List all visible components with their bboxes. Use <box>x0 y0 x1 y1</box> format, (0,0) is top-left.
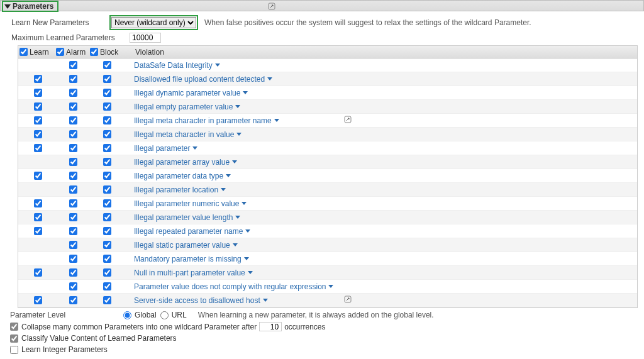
row-block-checkbox[interactable] <box>103 144 111 152</box>
violation-label: Illegal parameter numeric value <box>134 199 239 208</box>
row-block-checkbox[interactable] <box>103 255 111 263</box>
row-alarm-checkbox[interactable] <box>69 116 77 124</box>
header-learn-checkbox[interactable] <box>19 48 28 56</box>
violation-link[interactable]: Illegal parameter data type <box>134 172 231 180</box>
violation-link[interactable]: Illegal dynamic parameter value <box>134 89 248 97</box>
header-alarm-checkbox[interactable] <box>56 48 64 56</box>
learn-integer-checkbox[interactable] <box>10 346 18 354</box>
row-block-checkbox[interactable] <box>103 185 111 194</box>
row-block-checkbox[interactable] <box>103 268 111 277</box>
row-learn-checkbox[interactable] <box>34 89 42 97</box>
row-block-checkbox[interactable] <box>103 116 111 124</box>
row-alarm-checkbox[interactable] <box>69 102 77 111</box>
table-row: Illegal static parameter value <box>18 238 637 252</box>
row-alarm-checkbox[interactable] <box>69 130 77 138</box>
row-alarm-checkbox[interactable] <box>69 268 77 277</box>
row-learn-checkbox[interactable] <box>34 296 42 304</box>
header-block-checkbox[interactable] <box>90 48 98 56</box>
row-alarm-checkbox[interactable] <box>69 227 77 235</box>
violation-link[interactable]: Illegal parameter value length <box>134 213 240 222</box>
violation-link[interactable]: Illegal repeated parameter name <box>134 227 250 236</box>
learn-new-select[interactable]: Never (wildcard only) <box>111 17 196 28</box>
row-block-checkbox[interactable] <box>103 130 111 138</box>
classify-checkbox[interactable] <box>10 334 18 343</box>
classify-label: Classify Value Content of Learned Parame… <box>21 334 177 343</box>
popout-icon[interactable] <box>268 3 275 10</box>
row-alarm-checkbox[interactable] <box>69 255 77 263</box>
row-block-checkbox[interactable] <box>103 89 111 97</box>
popout-icon[interactable] <box>344 116 352 125</box>
row-block-checkbox[interactable] <box>103 158 111 166</box>
row-alarm-checkbox[interactable] <box>69 199 77 207</box>
violation-link[interactable]: Illegal meta character in parameter name <box>134 116 279 125</box>
row-learn-checkbox[interactable] <box>34 75 42 83</box>
dropdown-caret-icon <box>267 77 272 80</box>
table-row: Illegal parameter numeric value <box>18 197 637 211</box>
max-learned-input[interactable] <box>130 33 161 43</box>
row-learn-checkbox[interactable] <box>34 130 42 138</box>
row-alarm-checkbox[interactable] <box>69 172 77 180</box>
violation-link[interactable]: Server-side access to disallowed host <box>134 296 268 305</box>
violation-label: Server-side access to disallowed host <box>134 296 260 305</box>
row-alarm-checkbox[interactable] <box>69 185 77 194</box>
row-learn-checkbox[interactable] <box>34 102 42 111</box>
header-violation-label: Violation <box>135 48 164 57</box>
row-alarm-checkbox[interactable] <box>69 75 77 83</box>
row-block-checkbox[interactable] <box>103 296 111 304</box>
row-alarm-checkbox[interactable] <box>69 61 77 69</box>
row-block-checkbox[interactable] <box>103 172 111 180</box>
url-radio[interactable] <box>160 311 169 319</box>
table-row: Parameter value does not comply with reg… <box>18 280 637 294</box>
collapse-occurrences-input[interactable] <box>259 322 282 331</box>
global-radio[interactable] <box>123 311 131 319</box>
header-block-label: Block <box>100 48 118 57</box>
violation-link[interactable]: Illegal empty parameter value <box>134 102 240 111</box>
row-learn-checkbox[interactable] <box>34 199 42 207</box>
violation-link[interactable]: Illegal meta character in value <box>134 130 242 139</box>
row-learn-checkbox[interactable] <box>34 227 42 235</box>
violation-link[interactable]: Parameter value does not comply with reg… <box>134 282 333 291</box>
row-block-checkbox[interactable] <box>103 199 111 207</box>
row-block-checkbox[interactable] <box>103 102 111 111</box>
row-block-checkbox[interactable] <box>103 213 111 221</box>
dropdown-caret-icon <box>236 133 242 136</box>
row-block-checkbox[interactable] <box>103 282 111 290</box>
row-learn-checkbox[interactable] <box>34 213 42 221</box>
row-learn-checkbox[interactable] <box>34 268 42 277</box>
violation-link[interactable]: Mandatory parameter is missing <box>134 255 249 263</box>
dropdown-caret-icon <box>263 299 268 302</box>
row-alarm-checkbox[interactable] <box>69 144 77 152</box>
row-learn-checkbox[interactable] <box>34 172 42 180</box>
violation-link[interactable]: Null in multi-part parameter value <box>134 268 253 277</box>
row-block-checkbox[interactable] <box>103 61 111 69</box>
row-alarm-checkbox[interactable] <box>69 241 77 249</box>
row-learn-checkbox[interactable] <box>34 144 42 152</box>
section-header[interactable]: Parameters <box>0 0 644 11</box>
row-alarm-checkbox[interactable] <box>69 158 77 166</box>
popout-icon[interactable] <box>344 295 352 305</box>
violation-link[interactable]: Disallowed file upload content detected <box>134 75 272 84</box>
row-alarm-checkbox[interactable] <box>69 282 77 290</box>
violation-link[interactable]: Illegal parameter numeric value <box>134 199 247 208</box>
violation-link[interactable]: Illegal parameter location <box>134 185 226 194</box>
table-row: Illegal parameter location <box>18 183 637 197</box>
dropdown-caret-icon <box>274 119 279 122</box>
dropdown-caret-icon <box>235 105 240 108</box>
row-alarm-checkbox[interactable] <box>69 213 77 221</box>
violation-link[interactable]: Illegal parameter array value <box>134 158 237 167</box>
table-row: Illegal parameter array value <box>18 155 637 169</box>
row-learn-checkbox[interactable] <box>34 116 42 124</box>
collapse-checkbox[interactable] <box>10 323 18 331</box>
violation-link[interactable]: Illegal static parameter value <box>134 241 238 250</box>
row-block-checkbox[interactable] <box>103 75 111 83</box>
table-row: Server-side access to disallowed host <box>18 294 637 307</box>
violation-link[interactable]: Illegal parameter <box>134 144 197 153</box>
violation-label: Illegal parameter array value <box>134 158 230 167</box>
violation-link[interactable]: DataSafe Data Integrity <box>134 61 220 70</box>
row-alarm-checkbox[interactable] <box>69 89 77 97</box>
row-block-checkbox[interactable] <box>103 227 111 235</box>
section-title-box[interactable]: Parameters <box>2 1 58 12</box>
row-alarm-checkbox[interactable] <box>69 296 77 304</box>
learn-new-hint: When false positives occur the system wi… <box>204 18 531 27</box>
row-block-checkbox[interactable] <box>103 241 111 249</box>
